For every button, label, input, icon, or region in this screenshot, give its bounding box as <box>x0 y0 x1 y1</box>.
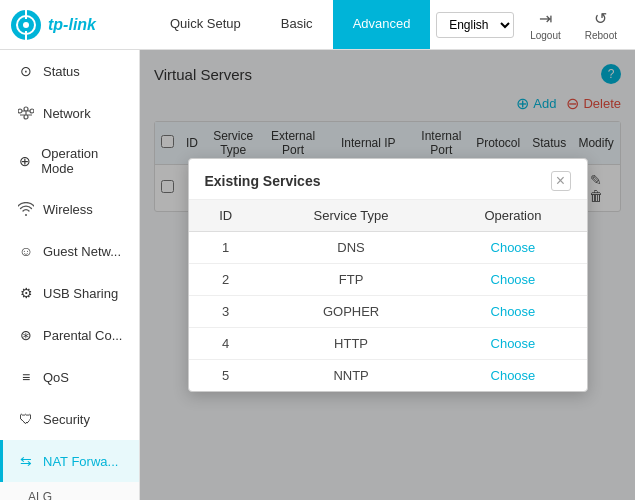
choose-link[interactable]: Choose <box>491 368 536 383</box>
modal-row-service-type: GOPHER <box>263 296 440 328</box>
modal-row-operation[interactable]: Choose <box>439 296 586 328</box>
parental-control-icon: ⊛ <box>17 326 35 344</box>
logo-area: tp-link <box>10 9 150 41</box>
modal-close-button[interactable]: × <box>551 171 571 191</box>
modal-row-service-type: HTTP <box>263 328 440 360</box>
sidebar-item-nat-forwarding[interactable]: ⇆ NAT Forwa... <box>0 440 139 482</box>
modal-table-row: 3 GOPHER Choose <box>189 296 587 328</box>
modal-row-id: 5 <box>189 360 263 392</box>
nat-forwarding-icon: ⇆ <box>17 452 35 470</box>
logout-label: Logout <box>530 30 561 41</box>
choose-link[interactable]: Choose <box>491 240 536 255</box>
modal-overlay: Existing Services × ID Service Type Oper… <box>140 50 635 500</box>
sidebar-item-guest-network[interactable]: ☺ Guest Netw... <box>0 230 139 272</box>
sidebar: ⊙ Status Network ⊕ Operation Mode Wirele… <box>0 50 140 500</box>
modal-table-row: 4 HTTP Choose <box>189 328 587 360</box>
logo-icon <box>10 9 42 41</box>
reboot-button[interactable]: ↺ Reboot <box>577 5 625 45</box>
svg-point-2 <box>23 22 29 28</box>
modal-table-row: 5 NNTP Choose <box>189 360 587 392</box>
existing-services-table: ID Service Type Operation 1 DNS Choose 2… <box>189 200 587 391</box>
modal-row-operation[interactable]: Choose <box>439 264 586 296</box>
modal-row-id: 3 <box>189 296 263 328</box>
modal-scroll-area[interactable]: ID Service Type Operation 1 DNS Choose 2… <box>189 200 587 391</box>
tab-basic[interactable]: Basic <box>261 0 333 49</box>
modal-row-service-type: DNS <box>263 232 440 264</box>
sidebar-item-label: Wireless <box>43 202 93 217</box>
sidebar-item-status[interactable]: ⊙ Status <box>0 50 139 92</box>
sidebar-item-parental-control[interactable]: ⊛ Parental Co... <box>0 314 139 356</box>
modal-row-operation[interactable]: Choose <box>439 328 586 360</box>
nav-tabs: Quick Setup Basic Advanced <box>150 0 436 49</box>
tab-quick-setup[interactable]: Quick Setup <box>150 0 261 49</box>
tab-advanced[interactable]: Advanced <box>333 0 431 49</box>
usb-sharing-icon: ⚙ <box>17 284 35 302</box>
modal-row-service-type: NNTP <box>263 360 440 392</box>
modal-row-operation[interactable]: Choose <box>439 232 586 264</box>
sidebar-item-label: Parental Co... <box>43 328 123 343</box>
header-right: English ⇥ Logout ↺ Reboot <box>436 5 625 45</box>
modal-row-id: 4 <box>189 328 263 360</box>
modal-row-id: 1 <box>189 232 263 264</box>
reboot-label: Reboot <box>585 30 617 41</box>
sidebar-item-label: Network <box>43 106 91 121</box>
sidebar-sub-items: ALG Virtual Servers Port Triggering DMZ … <box>0 482 139 500</box>
sidebar-item-label: USB Sharing <box>43 286 118 301</box>
sidebar-item-label: NAT Forwa... <box>43 454 118 469</box>
sidebar-item-wireless[interactable]: Wireless <box>0 188 139 230</box>
guest-network-icon: ☺ <box>17 242 35 260</box>
sidebar-item-label: QoS <box>43 370 69 385</box>
logout-button[interactable]: ⇥ Logout <box>522 5 569 45</box>
modal-row-operation[interactable]: Choose <box>439 360 586 392</box>
sidebar-item-operation-mode[interactable]: ⊕ Operation Mode <box>0 134 139 188</box>
choose-link[interactable]: Choose <box>491 336 536 351</box>
network-icon <box>17 104 35 122</box>
modal-body: ID Service Type Operation 1 DNS Choose 2… <box>189 200 587 391</box>
qos-icon: ≡ <box>17 368 35 386</box>
existing-services-modal: Existing Services × ID Service Type Oper… <box>188 158 588 392</box>
choose-link[interactable]: Choose <box>491 304 536 319</box>
modal-title: Existing Services <box>205 173 321 189</box>
sidebar-item-security[interactable]: 🛡 Security <box>0 398 139 440</box>
sidebar-item-label: Operation Mode <box>41 146 125 176</box>
main-layout: ⊙ Status Network ⊕ Operation Mode Wirele… <box>0 50 635 500</box>
sidebar-item-label: Status <box>43 64 80 79</box>
reboot-icon: ↺ <box>594 9 607 28</box>
sidebar-sub-alg[interactable]: ALG <box>0 482 139 500</box>
language-select[interactable]: English <box>436 12 514 38</box>
modal-col-service-type: Service Type <box>263 200 440 232</box>
sidebar-item-qos[interactable]: ≡ QoS <box>0 356 139 398</box>
modal-table-header: ID Service Type Operation <box>189 200 587 232</box>
modal-row-id: 2 <box>189 264 263 296</box>
wireless-icon <box>17 200 35 218</box>
logout-icon: ⇥ <box>539 9 552 28</box>
logo-text: tp-link <box>48 16 96 34</box>
sidebar-item-usb-sharing[interactable]: ⚙ USB Sharing <box>0 272 139 314</box>
modal-table-row: 1 DNS Choose <box>189 232 587 264</box>
modal-col-id: ID <box>189 200 263 232</box>
modal-col-operation: Operation <box>439 200 586 232</box>
modal-table-row: 2 FTP Choose <box>189 264 587 296</box>
modal-row-service-type: FTP <box>263 264 440 296</box>
security-icon: 🛡 <box>17 410 35 428</box>
sidebar-item-label: Guest Netw... <box>43 244 121 259</box>
modal-header: Existing Services × <box>189 159 587 200</box>
sidebar-item-label: Security <box>43 412 90 427</box>
content-area: Virtual Servers ? ⊕ Add ⊖ Delete ID Serv… <box>140 50 635 500</box>
sidebar-item-network[interactable]: Network <box>0 92 139 134</box>
status-icon: ⊙ <box>17 62 35 80</box>
operation-mode-icon: ⊕ <box>17 152 33 170</box>
header: tp-link Quick Setup Basic Advanced Engli… <box>0 0 635 50</box>
choose-link[interactable]: Choose <box>491 272 536 287</box>
